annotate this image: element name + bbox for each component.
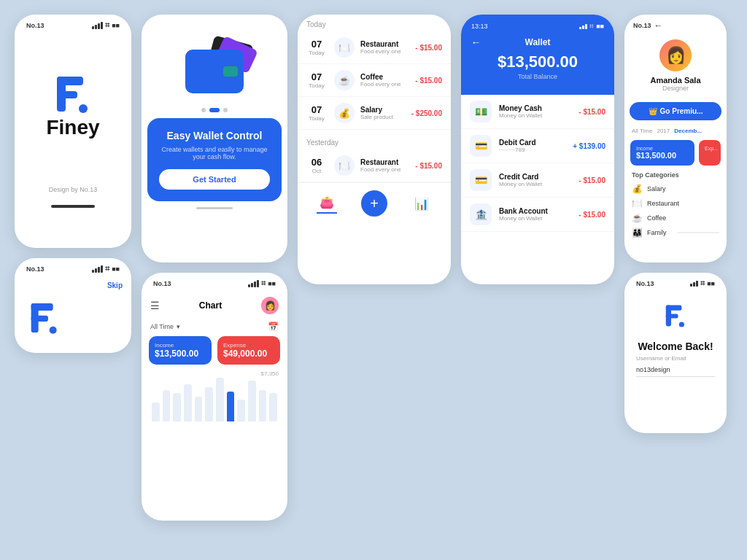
chart-title: Chart (199, 300, 222, 311)
app-title: Finey (46, 116, 99, 139)
trans-date-1: 07 Today (306, 39, 327, 56)
profile-role: Designer (662, 85, 689, 92)
expense-label: Expense (223, 342, 274, 349)
nav-wallet-icon[interactable]: 👛 (317, 193, 337, 214)
list-item: ☕ Coffee (632, 211, 719, 225)
status-bar-splash: No.13 ⌗ ■■ (15, 15, 131, 33)
restaurant-icon-2: 🍽️ (334, 155, 355, 176)
hamburger-icon[interactable]: ☰ (150, 300, 160, 311)
wallet-amount-1: - $15.00 (578, 108, 605, 116)
list-item: 🏦 Bank Account Money on Wallet - $15.00 (461, 198, 614, 232)
expense-box: Expense $49,000.00 (217, 336, 280, 365)
welcome-title: Welcome Back! (638, 341, 713, 352)
wallet-amount-3: - $15.00 (578, 176, 605, 184)
profile-income-stat: Income $13,500.00 (630, 140, 694, 166)
tab-2017[interactable]: 2017 (657, 128, 670, 134)
stats-row: Income $13,500.00 Exp... (624, 137, 727, 168)
column-1: No.13 ⌗ ■■ (15, 15, 131, 353)
period-tabs: All Time 2017 Decemb... (624, 125, 727, 137)
chart-bar (173, 393, 181, 421)
small-status-icons: ⌗ ■■ (92, 264, 120, 273)
bottom-nav: 👛 + 📊 (298, 182, 451, 224)
top-categories-section: Top Categories 💰 Salary 🍽️ Restaurant ☕ … (624, 168, 727, 243)
calendar-icon[interactable]: 📅 (268, 322, 279, 332)
screen-login: No.13 ⌗ ■■ (624, 273, 727, 433)
dot-3 (223, 108, 228, 112)
svg-rect-6 (31, 316, 48, 322)
income-box: Income $13,500.00 (149, 336, 212, 365)
profile-expense-stat: Exp... (699, 140, 721, 166)
splash-footer: Design by No.13 (15, 179, 131, 201)
home-indicator (51, 205, 95, 208)
tab-december[interactable]: Decemb... (674, 128, 702, 134)
login-logo (662, 303, 689, 335)
money-cash-icon: 💵 (470, 101, 492, 122)
svg-rect-5 (31, 303, 53, 311)
login-input[interactable] (636, 363, 715, 377)
svg-point-3 (79, 104, 88, 113)
chart-filter[interactable]: All Time ▾ 📅 (142, 320, 287, 336)
get-started-button[interactable]: Get Started (159, 169, 270, 190)
small-logo-icon (26, 300, 63, 336)
onboard-blue-card: Easy Wallet Control Create wallets and e… (147, 118, 282, 201)
wallet-balance-label: Total Balance (471, 73, 604, 80)
chart-bar (163, 390, 171, 421)
chart-bars (149, 370, 280, 421)
nav-add-button[interactable]: + (361, 190, 387, 217)
chart-bar (195, 397, 203, 421)
salary-cat-icon: 💰 (632, 184, 643, 194)
splash-main: Finey (15, 33, 131, 179)
wallet-back-icon[interactable]: ← (471, 36, 481, 48)
chart-bar (152, 402, 160, 421)
crown-icon: 👑 (649, 107, 657, 115)
nav-chart-icon[interactable]: 📊 (411, 193, 432, 214)
profile-no: No.13 ← (624, 15, 727, 34)
income-expense-row: Income $13,500.00 Expense $49,000.00 (142, 336, 287, 370)
chart-bar (227, 392, 235, 421)
svg-rect-9 (666, 306, 682, 311)
trans-date-3: 07 Today (306, 104, 327, 122)
trans-amount-1: - $15.00 (415, 44, 442, 52)
profile-user-section: 👩 Amanda Sala Designer (624, 34, 727, 98)
trans-info-4: Restaurant Food every one (360, 158, 415, 173)
screen-splash: No.13 ⌗ ■■ (15, 15, 131, 248)
bank-account-icon: 🏦 (470, 203, 492, 225)
wallet-item-info-4: Bank Account Money on Wallet (499, 207, 578, 222)
trans-info-3: Salary Sale product (360, 106, 411, 120)
screen-splash-small: No.13 ⌗ ■■ Skip (15, 258, 131, 353)
table-row: 07 Today 💰 Salary Sale product - $250.00 (298, 97, 451, 130)
trans-date-4: 06 Oct (306, 157, 327, 174)
svg-rect-1 (57, 77, 83, 85)
status-bar-chart: No.13 ⌗ ■■ (142, 273, 287, 291)
list-item: 💳 Debit Card ··········789 + $139.00 (461, 129, 614, 163)
wallet-item-info-2: Debit Card ··········789 (499, 139, 573, 153)
onboard-title: Easy Wallet Control (159, 130, 270, 141)
wallet-item-info-1: Money Cash Money on Wallet (499, 104, 578, 119)
svg-rect-2 (57, 91, 77, 98)
column-3: Today 07 Today 🍽️ Restaurant Food every … (298, 15, 451, 284)
dot-1 (201, 108, 206, 112)
screen-chart: No.13 ⌗ ■■ ☰ Chart 👩 All Ti (142, 273, 287, 521)
expense-amount: $49,000.00 (223, 349, 274, 359)
tab-all-time[interactable]: All Time (632, 128, 652, 134)
go-premium-button[interactable]: 👑 Go Premiu... (630, 102, 721, 120)
trans-amount-2: - $15.00 (415, 77, 442, 85)
chart-bar (216, 378, 224, 421)
login-no: No.13 (636, 280, 654, 287)
family-bar (677, 232, 720, 233)
top-categories-title: Top Categories (632, 171, 719, 179)
skip-link[interactable]: Skip (107, 281, 123, 289)
chart-y-label: $7,350 (261, 370, 279, 377)
wallet-header: 13:13 ⌗ ■■ ← Wallet ← (461, 15, 614, 95)
profile-back-icon[interactable]: ← (654, 20, 663, 31)
filter-chevron: ▾ (177, 323, 180, 330)
chart-bar (248, 381, 256, 421)
wallet-illustration (142, 15, 287, 102)
screen-transactions: Today 07 Today 🍽️ Restaurant Food every … (298, 15, 451, 284)
onboard-desc: Create wallets and easlly to manage your… (159, 146, 270, 160)
restaurant-icon-1: 🍽️ (334, 37, 355, 58)
svg-point-7 (50, 327, 57, 334)
status-icons: ⌗ ■■ (92, 20, 120, 30)
small-no: No.13 (26, 265, 44, 273)
screen-wallet: 13:13 ⌗ ■■ ← Wallet ← (461, 15, 614, 284)
